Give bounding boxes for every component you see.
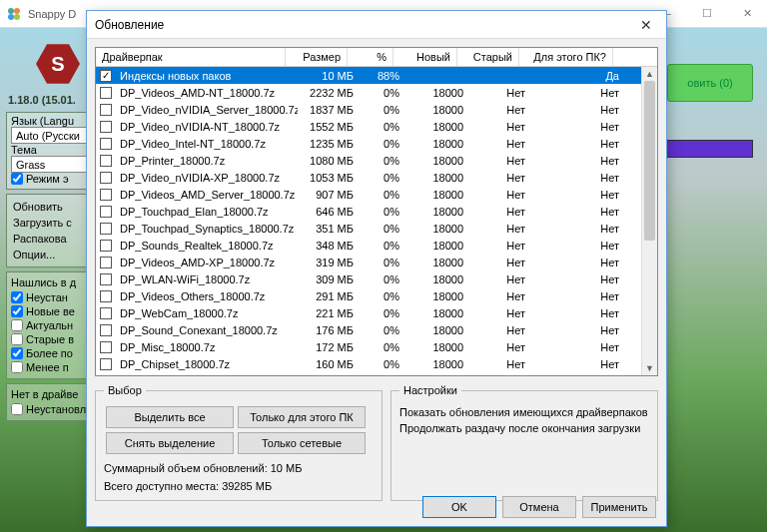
cell-size: 2232 МБ: [298, 87, 360, 99]
cell-percent: 0%: [360, 87, 405, 99]
scroll-down-icon[interactable]: ▼: [642, 361, 657, 375]
cell-name: DP_Videos_AMD-XP_18000.7z: [114, 257, 298, 268]
table-row[interactable]: DP_Video_nVIDIA_Server_18000.7z1837 МБ0%…: [96, 101, 657, 118]
cell-new: 18000: [405, 341, 469, 353]
cell-percent: 0%: [360, 290, 405, 302]
cell-old: Нет: [469, 257, 531, 268]
svg-point-0: [8, 8, 14, 14]
table-row[interactable]: DP_Video_Intel-NT_18000.7z1235 МБ0%18000…: [96, 135, 657, 152]
col-percent[interactable]: %: [348, 48, 393, 66]
cell-percent: 0%: [360, 273, 405, 285]
cell-this-pc: Нет: [531, 290, 625, 302]
cell-size: 1837 МБ: [298, 104, 360, 116]
table-row[interactable]: DP_WLAN-WiFi_18000.7z309 МБ0%18000НетНет: [96, 270, 657, 287]
row-checkbox[interactable]: [100, 189, 112, 201]
table-row[interactable]: DP_Sound_Conexant_18000.7z176 МБ0%18000Н…: [96, 321, 657, 338]
row-checkbox[interactable]: [100, 307, 112, 319]
cell-size: 907 МБ: [298, 189, 360, 201]
cell-name: DP_Misc_18000.7z: [114, 341, 298, 353]
col-size[interactable]: Размер: [286, 48, 348, 66]
cell-name: DP_Video_nVIDIA_Server_18000.7z: [114, 104, 298, 116]
table-row[interactable]: DP_Videos_AMD-NT_18000.7z2232 МБ0%18000Н…: [96, 84, 657, 101]
cell-old: Нет: [469, 341, 531, 353]
scrollbar[interactable]: ▲ ▼: [641, 67, 657, 375]
table-row[interactable]: DP_Chipset_18000.7z160 МБ0%18000НетНет: [96, 355, 657, 372]
row-checkbox[interactable]: [100, 223, 112, 235]
row-checkbox[interactable]: [100, 172, 112, 184]
row-checkbox[interactable]: [100, 70, 112, 82]
cancel-button[interactable]: Отмена: [502, 496, 576, 518]
col-old[interactable]: Старый: [457, 48, 519, 66]
row-checkbox[interactable]: [100, 290, 112, 302]
cell-size: 351 МБ: [298, 223, 360, 235]
scroll-thumb[interactable]: [644, 81, 655, 241]
row-checkbox[interactable]: [100, 206, 112, 218]
row-checkbox[interactable]: [100, 273, 112, 285]
col-this-pc[interactable]: Для этого ПК?: [519, 48, 613, 66]
dialog-titlebar: Обновление ✕: [87, 11, 666, 39]
cell-this-pc: Нет: [531, 358, 625, 370]
table-row[interactable]: DP_WebCam_18000.7z221 МБ0%18000НетНет: [96, 304, 657, 321]
cell-size: 221 МБ: [298, 307, 360, 319]
only-network-button[interactable]: Только сетевые: [238, 432, 366, 454]
setting-show-updates[interactable]: Показать обновления имеющихся драйверпак…: [399, 404, 649, 420]
table-row[interactable]: DP_Printer_18000.7z1080 МБ0%18000НетНет: [96, 152, 657, 169]
row-checkbox[interactable]: [100, 240, 112, 252]
row-checkbox[interactable]: [100, 121, 112, 133]
cell-name: DP_Printer_18000.7z: [114, 155, 298, 167]
cell-this-pc: Нет: [531, 138, 625, 150]
ok-button[interactable]: OK: [422, 496, 496, 518]
cell-new: 18000: [405, 307, 469, 319]
freespace-label: Всего доступно места: 39285 МБ: [104, 480, 374, 492]
table-row[interactable]: DP_Videos_AMD-XP_18000.7z319 МБ0%18000Не…: [96, 254, 657, 270]
cell-this-pc: Да: [531, 70, 625, 82]
cell-new: 18000: [405, 324, 469, 336]
row-checkbox[interactable]: [100, 155, 112, 167]
driverpack-listview[interactable]: Драйверпак Размер % Новый Старый Для это…: [95, 47, 658, 376]
cell-this-pc: Нет: [531, 104, 625, 116]
cell-old: Нет: [469, 223, 531, 235]
table-row[interactable]: DP_Misc_18000.7z172 МБ0%18000НетНет: [96, 338, 657, 355]
cell-percent: 0%: [360, 189, 405, 201]
row-checkbox[interactable]: [100, 257, 112, 268]
col-new[interactable]: Новый: [393, 48, 457, 66]
install-button[interactable]: овить (0): [667, 64, 753, 102]
table-row[interactable]: DP_Sounds_Realtek_18000.7z348 МБ0%18000Н…: [96, 237, 657, 254]
row-checkbox[interactable]: [100, 341, 112, 353]
cell-old: Нет: [469, 172, 531, 184]
cell-name: DP_Videos_Others_18000.7z: [114, 290, 298, 302]
app-icon: [6, 6, 22, 22]
cell-this-pc: Нет: [531, 307, 625, 319]
row-checkbox[interactable]: [100, 358, 112, 370]
clear-selection-button[interactable]: Снять выделение: [106, 432, 234, 454]
maximize-button[interactable]: ☐: [687, 1, 727, 27]
table-row[interactable]: DP_Video_nVIDIA-NT_18000.7z1552 МБ0%1800…: [96, 118, 657, 135]
table-row[interactable]: Индексы новых паков10 МБ88%Да: [96, 67, 657, 84]
setting-seed[interactable]: Продолжать раздачу после окончания загру…: [399, 420, 649, 436]
table-row[interactable]: DP_Touchpad_Synaptics_18000.7z351 МБ0%18…: [96, 220, 657, 237]
row-checkbox[interactable]: [100, 87, 112, 99]
parent-close-button[interactable]: ✕: [727, 1, 767, 27]
cell-size: 172 МБ: [298, 341, 360, 353]
summary-label: Суммарный объем обновлений: 10 МБ: [104, 462, 374, 474]
table-row[interactable]: DP_Videos_Others_18000.7z291 МБ0%18000Не…: [96, 287, 657, 304]
table-row[interactable]: DP_Touchpad_Elan_18000.7z646 МБ0%18000Не…: [96, 203, 657, 220]
apply-button[interactable]: Применить: [582, 496, 656, 518]
select-all-button[interactable]: Выделить все: [106, 406, 234, 428]
cell-this-pc: Нет: [531, 324, 625, 336]
cell-name: DP_WLAN-WiFi_18000.7z: [114, 273, 298, 285]
close-icon[interactable]: ✕: [626, 12, 666, 38]
row-checkbox[interactable]: [100, 138, 112, 150]
scroll-up-icon[interactable]: ▲: [642, 67, 657, 81]
row-checkbox[interactable]: [100, 324, 112, 336]
table-row[interactable]: DP_Video_nVIDIA-XP_18000.7z1053 МБ0%1800…: [96, 169, 657, 186]
row-checkbox[interactable]: [100, 104, 112, 116]
only-this-pc-button[interactable]: Только для этого ПК: [238, 406, 366, 428]
cell-new: 18000: [405, 358, 469, 370]
cell-size: 160 МБ: [298, 358, 360, 370]
cell-this-pc: Нет: [531, 121, 625, 133]
col-name[interactable]: Драйверпак: [96, 48, 286, 66]
table-row[interactable]: DP_Videos_AMD_Server_18000.7z907 МБ0%180…: [96, 186, 657, 203]
settings-group: Настройки Показать обновления имеющихся …: [390, 384, 658, 501]
cell-new: 18000: [405, 257, 469, 268]
